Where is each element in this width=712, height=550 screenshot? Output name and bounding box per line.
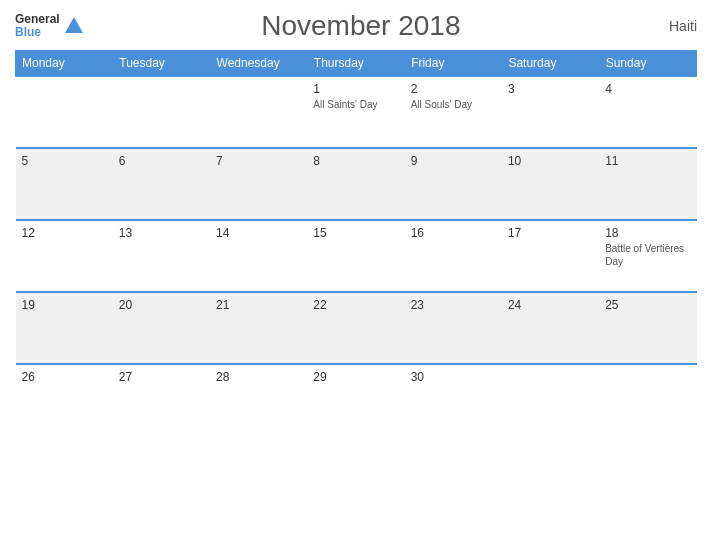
calendar-cell: 3 xyxy=(502,76,599,148)
day-number: 22 xyxy=(313,298,398,312)
weekday-header-thursday: Thursday xyxy=(307,51,404,77)
calendar-cell: 19 xyxy=(16,292,113,364)
day-number: 24 xyxy=(508,298,593,312)
calendar-cell: 24 xyxy=(502,292,599,364)
day-number: 14 xyxy=(216,226,301,240)
logo: General Blue xyxy=(15,13,85,39)
calendar-cell: 14 xyxy=(210,220,307,292)
logo-icon xyxy=(63,15,85,37)
day-number: 26 xyxy=(22,370,107,384)
calendar-cell: 22 xyxy=(307,292,404,364)
calendar-container: General Blue November 2018 Haiti MondayT… xyxy=(0,0,712,550)
calendar-cell: 4 xyxy=(599,76,696,148)
day-number: 6 xyxy=(119,154,204,168)
calendar-cell xyxy=(16,76,113,148)
svg-marker-0 xyxy=(65,17,83,33)
calendar-cell xyxy=(210,76,307,148)
weekday-header-wednesday: Wednesday xyxy=(210,51,307,77)
calendar-cell: 27 xyxy=(113,364,210,436)
calendar-cell: 29 xyxy=(307,364,404,436)
day-event: Battle of Vertières Day xyxy=(605,242,690,268)
day-number: 8 xyxy=(313,154,398,168)
day-number: 17 xyxy=(508,226,593,240)
weekday-header-tuesday: Tuesday xyxy=(113,51,210,77)
day-event: All Saints' Day xyxy=(313,98,398,111)
logo-blue-text: Blue xyxy=(15,26,60,39)
day-number: 1 xyxy=(313,82,398,96)
day-number: 21 xyxy=(216,298,301,312)
week-row-4: 19202122232425 xyxy=(16,292,697,364)
day-number: 9 xyxy=(411,154,496,168)
day-number: 10 xyxy=(508,154,593,168)
week-row-5: 2627282930 xyxy=(16,364,697,436)
day-number: 4 xyxy=(605,82,690,96)
day-number: 30 xyxy=(411,370,496,384)
calendar-cell: 5 xyxy=(16,148,113,220)
calendar-table: MondayTuesdayWednesdayThursdayFridaySatu… xyxy=(15,50,697,436)
calendar-cell: 7 xyxy=(210,148,307,220)
day-number: 12 xyxy=(22,226,107,240)
day-number: 27 xyxy=(119,370,204,384)
country-label: Haiti xyxy=(637,18,697,34)
calendar-cell: 1All Saints' Day xyxy=(307,76,404,148)
day-number: 25 xyxy=(605,298,690,312)
week-row-1: 1All Saints' Day2All Souls' Day34 xyxy=(16,76,697,148)
calendar-cell: 18Battle of Vertières Day xyxy=(599,220,696,292)
calendar-cell: 10 xyxy=(502,148,599,220)
weekday-header-friday: Friday xyxy=(405,51,502,77)
calendar-cell: 21 xyxy=(210,292,307,364)
weekday-header-monday: Monday xyxy=(16,51,113,77)
calendar-cell: 15 xyxy=(307,220,404,292)
day-number: 28 xyxy=(216,370,301,384)
day-number: 18 xyxy=(605,226,690,240)
calendar-cell: 28 xyxy=(210,364,307,436)
calendar-cell: 13 xyxy=(113,220,210,292)
day-number: 5 xyxy=(22,154,107,168)
calendar-cell: 25 xyxy=(599,292,696,364)
day-number: 29 xyxy=(313,370,398,384)
calendar-cell: 2All Souls' Day xyxy=(405,76,502,148)
calendar-cell: 20 xyxy=(113,292,210,364)
day-number: 15 xyxy=(313,226,398,240)
weekday-header-sunday: Sunday xyxy=(599,51,696,77)
weekday-header-saturday: Saturday xyxy=(502,51,599,77)
calendar-cell: 6 xyxy=(113,148,210,220)
day-number: 19 xyxy=(22,298,107,312)
week-row-3: 12131415161718Battle of Vertières Day xyxy=(16,220,697,292)
day-number: 23 xyxy=(411,298,496,312)
day-number: 11 xyxy=(605,154,690,168)
day-number: 16 xyxy=(411,226,496,240)
day-number: 2 xyxy=(411,82,496,96)
calendar-cell: 30 xyxy=(405,364,502,436)
calendar-cell: 11 xyxy=(599,148,696,220)
day-number: 13 xyxy=(119,226,204,240)
calendar-cell xyxy=(502,364,599,436)
calendar-cell: 17 xyxy=(502,220,599,292)
day-number: 3 xyxy=(508,82,593,96)
calendar-cell: 9 xyxy=(405,148,502,220)
calendar-title: November 2018 xyxy=(85,10,637,42)
calendar-cell: 8 xyxy=(307,148,404,220)
calendar-cell: 23 xyxy=(405,292,502,364)
calendar-cell xyxy=(113,76,210,148)
day-event: All Souls' Day xyxy=(411,98,496,111)
day-number: 7 xyxy=(216,154,301,168)
calendar-cell xyxy=(599,364,696,436)
calendar-cell: 26 xyxy=(16,364,113,436)
calendar-cell: 12 xyxy=(16,220,113,292)
calendar-header: General Blue November 2018 Haiti xyxy=(15,10,697,42)
calendar-cell: 16 xyxy=(405,220,502,292)
weekday-header-row: MondayTuesdayWednesdayThursdayFridaySatu… xyxy=(16,51,697,77)
week-row-2: 567891011 xyxy=(16,148,697,220)
day-number: 20 xyxy=(119,298,204,312)
